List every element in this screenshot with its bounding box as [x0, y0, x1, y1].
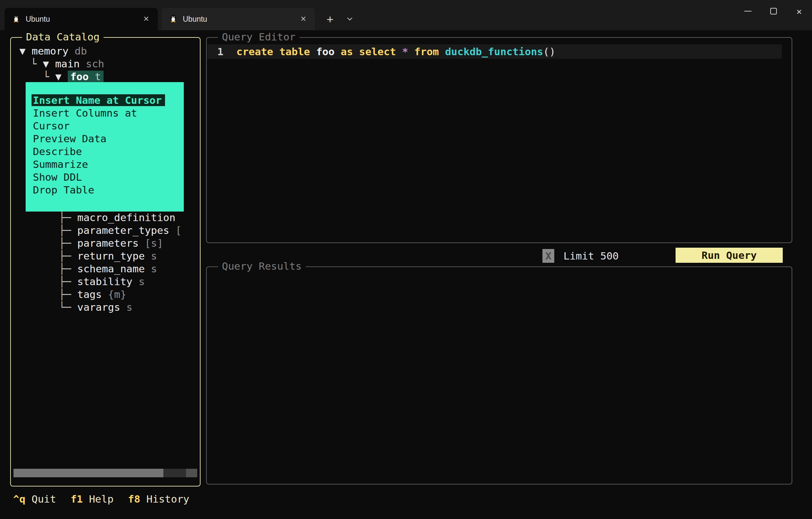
context-menu-item[interactable]: Preview Data: [33, 132, 177, 145]
data-catalog-title: Data Catalog: [22, 31, 104, 43]
column-name: schema_name: [77, 263, 145, 275]
code-line[interactable]: 1 create table foo as select * from duck…: [207, 44, 782, 59]
context-menu-item[interactable]: Drop Table: [33, 184, 177, 196]
context-menu-item-label: Insert Columns at Cursor: [33, 107, 137, 132]
tux-icon: [169, 14, 177, 24]
minimize-button[interactable]: [735, 0, 761, 22]
code-token: select: [359, 45, 396, 58]
close-button[interactable]: ✕: [786, 0, 812, 22]
horizontal-scrollbar[interactable]: [13, 469, 197, 477]
footer-shortcut-help[interactable]: f1 Help: [71, 493, 114, 506]
context-menu-item[interactable]: Show DDL: [33, 171, 177, 184]
code-token: as: [341, 45, 353, 58]
code-token: *: [402, 45, 408, 58]
query-results-title: Query Results: [218, 260, 306, 273]
tree-node-type: t: [89, 71, 101, 83]
tree-node-label: foo t: [68, 71, 104, 83]
query-editor-title: Query Editor: [218, 31, 299, 43]
column-type: s: [145, 263, 157, 275]
expand-arrow-icon[interactable]: ▼: [43, 58, 55, 70]
terminal-tab-2[interactable]: Ubuntu ✕: [162, 8, 315, 30]
tab-title: Ubuntu: [183, 15, 293, 24]
expand-arrow-icon[interactable]: ▼: [20, 45, 32, 57]
context-menu-item[interactable]: Insert Name at Cursor: [33, 94, 177, 107]
code-token: create: [236, 45, 273, 58]
tree-branch-icon: ├─: [59, 288, 77, 300]
tree-connector: └: [31, 58, 43, 70]
tree-node-label: main sch: [55, 58, 104, 70]
maximize-button[interactable]: [761, 0, 786, 22]
shortcut-label: Quit: [32, 493, 56, 505]
column-name: varargs: [77, 301, 120, 313]
chevron-down-icon[interactable]: [341, 8, 359, 30]
code-token: duckdb_functions: [445, 45, 544, 58]
context-menu-item-label: Preview Data: [33, 133, 107, 145]
column-type: [: [169, 224, 181, 236]
minimize-icon: [744, 11, 752, 11]
maximize-icon: [770, 8, 777, 14]
tree-node-main[interactable]: └ ▼ main sch: [11, 58, 200, 70]
tab-close-icon[interactable]: ✕: [298, 14, 309, 24]
column-type: s: [133, 276, 145, 287]
tree-node-label: memory db: [32, 45, 87, 57]
shortcut-key: f1: [71, 493, 89, 505]
query-results-panel: Query Results: [206, 266, 792, 485]
column-item[interactable]: └─ varargs s: [59, 301, 181, 314]
column-item[interactable]: ├─ schema_name s: [59, 263, 181, 275]
column-name: tags: [77, 288, 102, 300]
context-menu-item-label: Drop Table: [33, 184, 94, 196]
context-menu-item-label: Insert Name at Cursor: [32, 94, 165, 106]
code-token: [408, 45, 414, 58]
code-token: foo: [316, 45, 335, 58]
column-name: macro_definition: [77, 212, 176, 223]
scrollbar-end-cap: [186, 469, 197, 477]
run-query-button[interactable]: Run Query: [675, 248, 783, 263]
code-token: [353, 45, 359, 58]
code-token: [310, 45, 316, 58]
limit-label[interactable]: Limit 500: [563, 249, 619, 263]
code-token: (): [543, 45, 555, 58]
column-name: stability: [77, 276, 133, 287]
column-item[interactable]: ├─ stability s: [59, 275, 181, 288]
column-item[interactable]: ├─ parameter_types [: [59, 224, 181, 237]
column-item[interactable]: ├─ return_type s: [59, 250, 181, 263]
terminal-viewport: Data Catalog ▼ memory db└ ▼ main sch└ ▼ …: [0, 30, 812, 519]
footer-shortcut-quit[interactable]: ^q Quit: [13, 493, 56, 506]
limit-checkbox[interactable]: X: [543, 249, 554, 263]
column-item[interactable]: ├─ tags {m}: [59, 288, 181, 301]
terminal-tab-1[interactable]: Ubuntu ✕: [5, 8, 158, 30]
scrollbar-thumb[interactable]: [13, 469, 164, 477]
context-menu: Insert Name at CursorInsert Columns at C…: [26, 82, 184, 212]
window-titlebar: Ubuntu ✕ Ubuntu ✕ +: [0, 0, 812, 30]
new-tab-button[interactable]: +: [320, 8, 341, 30]
tree-branch-icon: ├─: [59, 276, 77, 287]
footer-shortcut-history[interactable]: f8 History: [128, 493, 190, 506]
code-token: table: [280, 45, 310, 58]
code-token: [439, 45, 445, 58]
tree-node-type: db: [68, 45, 87, 57]
column-type: {m}: [102, 288, 126, 300]
footer-shortcuts: ^q Quitf1 Helpf8 History: [13, 493, 190, 506]
context-menu-item[interactable]: Summarize: [33, 158, 177, 171]
code-tokens: create table foo as select * from duckdb…: [227, 45, 556, 58]
tree-connector: └: [43, 71, 55, 83]
tree-branch-icon: ├─: [59, 263, 77, 275]
query-editor-panel[interactable]: Query Editor 1 create table foo as selec…: [206, 37, 792, 243]
column-item[interactable]: ├─ macro_definition: [59, 211, 181, 224]
expand-arrow-icon[interactable]: ▼: [55, 71, 67, 83]
tab-close-icon[interactable]: ✕: [141, 14, 152, 24]
column-item[interactable]: ├─ parameters [s]: [59, 237, 181, 250]
catalog-tree: ▼ memory db└ ▼ main sch└ ▼ foo t: [11, 45, 200, 83]
tree-node-name: memory: [32, 45, 68, 57]
tree-node-memory[interactable]: ▼ memory db: [11, 45, 200, 58]
tab-strip: Ubuntu ✕ Ubuntu ✕ +: [5, 8, 359, 30]
context-menu-item[interactable]: Insert Columns at Cursor: [33, 107, 177, 132]
tree-branch-icon: ├─: [59, 212, 77, 223]
context-menu-item[interactable]: Describe: [33, 145, 177, 158]
tree-node-name: main: [55, 58, 80, 70]
line-number: 1: [207, 45, 227, 58]
tree-node-foo[interactable]: └ ▼ foo t: [11, 70, 200, 83]
column-name: parameters: [77, 237, 139, 249]
window-controls: ✕: [735, 0, 812, 22]
shortcut-label: History: [146, 493, 190, 505]
